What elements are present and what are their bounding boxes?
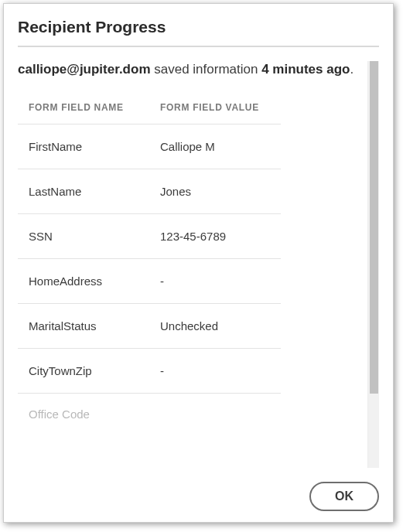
ok-button[interactable]: OK [309,482,379,511]
scrollbar-thumb[interactable] [370,61,378,394]
cell-name: FirstName [29,140,160,153]
table-row: SSN 123-45-6789 [18,213,281,258]
table-row: MaritalStatus Unchecked [18,303,281,348]
table-row: CityTownZip - [18,348,281,393]
cell-name: HomeAddress [29,275,160,288]
fields-table: FORM FIELD NAME FORM FIELD VALUE FirstNa… [18,96,281,421]
cell-value: - [160,364,281,377]
content: calliope@jupiter.dom saved information 4… [18,61,367,468]
cell-name: MaritalStatus [29,319,160,332]
cell-name: Office Code [29,408,160,421]
cell-name: LastName [29,185,160,198]
status-end: . [350,62,353,77]
table-row-partial: Office Code [18,393,281,421]
table-row: LastName Jones [18,169,281,213]
column-header-value: FORM FIELD VALUE [160,102,281,113]
content-wrap: calliope@jupiter.dom saved information 4… [18,61,379,468]
status-line: calliope@jupiter.dom saved information 4… [18,61,367,79]
dialog-footer: OK [18,468,379,511]
cell-value: Unchecked [160,319,281,332]
cell-value: - [160,275,281,288]
scrollbar-track[interactable] [367,61,379,468]
status-email: calliope@jupiter.dom [18,62,151,77]
divider [18,46,379,47]
column-header-name: FORM FIELD NAME [29,102,160,113]
status-time: 4 minutes ago [261,62,350,77]
table-row: HomeAddress - [18,258,281,303]
cell-name: CityTownZip [29,364,160,377]
cell-name: SSN [29,230,160,243]
table-row: FirstName Calliope M [18,124,281,169]
cell-value: Jones [160,185,281,198]
cell-value: Calliope M [160,140,281,153]
dialog-title: Recipient Progress [18,18,379,36]
recipient-progress-dialog: Recipient Progress calliope@jupiter.dom … [3,3,394,523]
table-header: FORM FIELD NAME FORM FIELD VALUE [18,96,281,124]
status-mid: saved information [151,62,262,77]
cell-value: 123-45-6789 [160,230,281,243]
